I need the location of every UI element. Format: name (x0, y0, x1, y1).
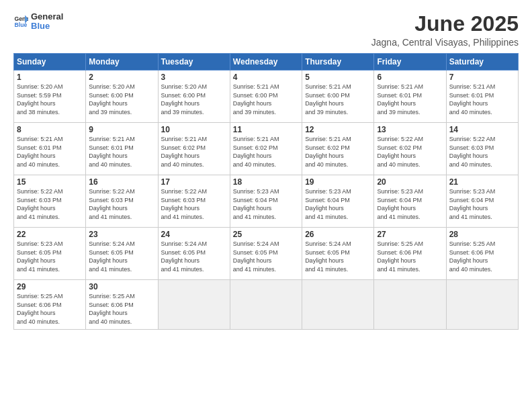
table-row: 28Sunrise: 5:25 AMSunset: 6:06 PMDayligh… (446, 228, 518, 280)
table-row: 20Sunrise: 5:23 AMSunset: 6:04 PMDayligh… (374, 175, 446, 228)
table-row: 25Sunrise: 5:24 AMSunset: 6:05 PMDayligh… (230, 228, 302, 280)
table-row: 1Sunrise: 5:20 AMSunset: 5:59 PMDaylight… (14, 71, 86, 123)
day-number: 8 (17, 125, 83, 134)
day-info: Sunrise: 5:25 AMSunset: 6:06 PMDaylight … (17, 292, 83, 326)
table-row: 12Sunrise: 5:21 AMSunset: 6:02 PMDayligh… (302, 123, 374, 175)
header: General Blue General Blue June 2025 Jagn… (13, 12, 519, 48)
day-info: Sunrise: 5:20 AMSunset: 6:00 PMDaylight … (161, 83, 227, 116)
table-row: 4Sunrise: 5:21 AMSunset: 6:00 PMDaylight… (230, 71, 302, 123)
calendar-week-row: 15Sunrise: 5:22 AMSunset: 6:03 PMDayligh… (14, 175, 519, 228)
table-row (302, 280, 374, 329)
day-number: 13 (377, 125, 443, 134)
col-saturday: Saturday (446, 54, 518, 71)
day-number: 10 (161, 125, 227, 134)
day-info: Sunrise: 5:24 AMSunset: 6:05 PMDaylight … (233, 240, 299, 273)
logo: General Blue General Blue (13, 12, 63, 32)
page: General Blue General Blue June 2025 Jagn… (0, 0, 532, 338)
day-number: 22 (17, 230, 83, 239)
day-info: Sunrise: 5:21 AMSunset: 6:01 PMDaylight … (17, 135, 83, 169)
day-info: Sunrise: 5:22 AMSunset: 6:03 PMDaylight … (161, 187, 227, 221)
logo-blue: Blue (31, 21, 63, 31)
day-info: Sunrise: 5:23 AMSunset: 6:05 PMDaylight … (17, 240, 83, 273)
logo-general: General (31, 12, 63, 21)
main-title: June 2025 (371, 12, 519, 36)
day-info: Sunrise: 5:21 AMSunset: 6:00 PMDaylight … (233, 83, 299, 116)
day-number: 23 (89, 230, 154, 239)
day-number: 11 (233, 125, 299, 134)
day-number: 26 (305, 230, 371, 239)
day-info: Sunrise: 5:21 AMSunset: 6:02 PMDaylight … (305, 135, 371, 169)
day-number: 17 (161, 177, 227, 187)
col-wednesday: Wednesday (230, 54, 302, 71)
day-number: 5 (305, 73, 371, 82)
col-thursday: Thursday (302, 54, 374, 71)
logo-icon: General Blue (13, 14, 28, 29)
day-info: Sunrise: 5:20 AMSunset: 5:59 PMDaylight … (17, 83, 83, 116)
day-info: Sunrise: 5:22 AMSunset: 6:02 PMDaylight … (377, 135, 443, 169)
calendar-week-row: 29Sunrise: 5:25 AMSunset: 6:06 PMDayligh… (14, 280, 519, 329)
day-number: 28 (449, 230, 515, 239)
day-number: 29 (17, 282, 83, 291)
table-row (446, 280, 518, 329)
table-row (374, 280, 446, 329)
table-row: 5Sunrise: 5:21 AMSunset: 6:00 PMDaylight… (302, 71, 374, 123)
day-info: Sunrise: 5:21 AMSunset: 6:01 PMDaylight … (377, 83, 443, 116)
table-row (230, 280, 302, 329)
day-info: Sunrise: 5:24 AMSunset: 6:05 PMDaylight … (305, 240, 371, 273)
day-number: 30 (89, 282, 154, 291)
table-row: 19Sunrise: 5:23 AMSunset: 6:04 PMDayligh… (302, 175, 374, 228)
day-info: Sunrise: 5:25 AMSunset: 6:06 PMDaylight … (449, 240, 515, 273)
day-number: 4 (233, 73, 299, 82)
day-info: Sunrise: 5:22 AMSunset: 6:03 PMDaylight … (89, 187, 154, 221)
table-row: 2Sunrise: 5:20 AMSunset: 6:00 PMDaylight… (86, 71, 158, 123)
day-number: 16 (89, 177, 154, 187)
table-row: 30Sunrise: 5:25 AMSunset: 6:06 PMDayligh… (86, 280, 158, 329)
table-row: 13Sunrise: 5:22 AMSunset: 6:02 PMDayligh… (374, 123, 446, 175)
table-row: 10Sunrise: 5:21 AMSunset: 6:02 PMDayligh… (158, 123, 230, 175)
day-number: 19 (305, 177, 371, 187)
table-row: 9Sunrise: 5:21 AMSunset: 6:01 PMDaylight… (86, 123, 158, 175)
day-info: Sunrise: 5:21 AMSunset: 6:01 PMDaylight … (89, 135, 154, 169)
table-row: 16Sunrise: 5:22 AMSunset: 6:03 PMDayligh… (86, 175, 158, 228)
day-info: Sunrise: 5:21 AMSunset: 6:02 PMDaylight … (161, 135, 227, 169)
table-row: 17Sunrise: 5:22 AMSunset: 6:03 PMDayligh… (158, 175, 230, 228)
table-row: 3Sunrise: 5:20 AMSunset: 6:00 PMDaylight… (158, 71, 230, 123)
calendar-table: Sunday Monday Tuesday Wednesday Thursday… (13, 53, 519, 329)
col-friday: Friday (374, 54, 446, 71)
day-info: Sunrise: 5:21 AMSunset: 6:00 PMDaylight … (305, 83, 371, 116)
day-number: 24 (161, 230, 227, 239)
day-info: Sunrise: 5:21 AMSunset: 6:01 PMDaylight … (449, 83, 515, 116)
table-row: 7Sunrise: 5:21 AMSunset: 6:01 PMDaylight… (446, 71, 518, 123)
day-info: Sunrise: 5:21 AMSunset: 6:02 PMDaylight … (233, 135, 299, 169)
table-row: 22Sunrise: 5:23 AMSunset: 6:05 PMDayligh… (14, 228, 86, 280)
day-info: Sunrise: 5:23 AMSunset: 6:04 PMDaylight … (377, 187, 443, 221)
day-info: Sunrise: 5:25 AMSunset: 6:06 PMDaylight … (89, 292, 154, 326)
day-info: Sunrise: 5:24 AMSunset: 6:05 PMDaylight … (89, 240, 154, 273)
day-info: Sunrise: 5:23 AMSunset: 6:04 PMDaylight … (233, 187, 299, 221)
day-info: Sunrise: 5:24 AMSunset: 6:05 PMDaylight … (161, 240, 227, 273)
day-number: 2 (89, 73, 154, 82)
table-row: 11Sunrise: 5:21 AMSunset: 6:02 PMDayligh… (230, 123, 302, 175)
day-number: 25 (233, 230, 299, 239)
table-row: 6Sunrise: 5:21 AMSunset: 6:01 PMDaylight… (374, 71, 446, 123)
table-row: 27Sunrise: 5:25 AMSunset: 6:06 PMDayligh… (374, 228, 446, 280)
table-row: 24Sunrise: 5:24 AMSunset: 6:05 PMDayligh… (158, 228, 230, 280)
calendar-week-row: 22Sunrise: 5:23 AMSunset: 6:05 PMDayligh… (14, 228, 519, 280)
day-number: 6 (377, 73, 443, 82)
day-number: 15 (17, 177, 83, 187)
table-row (158, 280, 230, 329)
day-number: 3 (161, 73, 227, 82)
day-info: Sunrise: 5:23 AMSunset: 6:04 PMDaylight … (305, 187, 371, 221)
table-row: 26Sunrise: 5:24 AMSunset: 6:05 PMDayligh… (302, 228, 374, 280)
table-row: 14Sunrise: 5:22 AMSunset: 6:03 PMDayligh… (446, 123, 518, 175)
logo-text: General Blue (31, 12, 63, 32)
day-info: Sunrise: 5:23 AMSunset: 6:04 PMDaylight … (449, 187, 515, 221)
col-sunday: Sunday (14, 54, 86, 71)
table-row: 29Sunrise: 5:25 AMSunset: 6:06 PMDayligh… (14, 280, 86, 329)
day-number: 14 (449, 125, 515, 134)
day-number: 9 (89, 125, 154, 134)
calendar-header-row: Sunday Monday Tuesday Wednesday Thursday… (14, 54, 519, 71)
day-number: 7 (449, 73, 515, 82)
day-number: 21 (449, 177, 515, 187)
day-number: 12 (305, 125, 371, 134)
